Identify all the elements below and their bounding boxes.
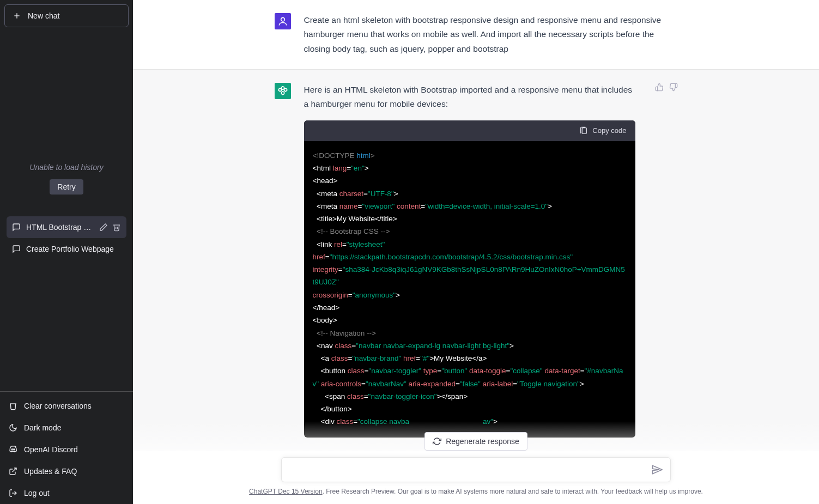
openai-icon bbox=[277, 86, 288, 96]
message-input[interactable] bbox=[289, 465, 652, 475]
send-icon[interactable] bbox=[652, 464, 663, 475]
retry-button[interactable]: Retry bbox=[50, 179, 83, 195]
moon-icon bbox=[9, 423, 17, 432]
trash-icon[interactable] bbox=[112, 223, 121, 232]
message-input-container bbox=[281, 457, 671, 482]
svg-rect-5 bbox=[583, 127, 587, 133]
thumbs-up-icon[interactable] bbox=[655, 83, 664, 92]
openai-discord[interactable]: OpenAI Discord bbox=[4, 439, 129, 460]
conversation-title: HTML Bootstrap Skelet bbox=[26, 223, 94, 232]
dark-mode[interactable]: Dark mode bbox=[4, 417, 129, 439]
discord-icon bbox=[9, 445, 17, 454]
new-chat-label: New chat bbox=[28, 11, 59, 20]
svg-line-2 bbox=[13, 468, 16, 472]
user-avatar bbox=[275, 13, 291, 29]
user-message-text: Create an html skeleton with bootstrap r… bbox=[304, 13, 678, 56]
chat-icon bbox=[12, 223, 21, 232]
edit-icon[interactable] bbox=[99, 223, 108, 232]
conversation-item[interactable]: HTML Bootstrap Skelet bbox=[7, 216, 126, 238]
updates-faq[interactable]: Updates & FAQ bbox=[4, 460, 129, 482]
code-block: Copy code <!DOCTYPE html> <html lang="en… bbox=[304, 120, 635, 438]
copy-code-button[interactable]: Copy code bbox=[304, 120, 635, 141]
plus-icon bbox=[13, 11, 21, 20]
user-message: Create an html skeleton with bootstrap r… bbox=[133, 0, 819, 70]
new-chat-button[interactable]: New chat bbox=[4, 4, 129, 27]
conversation-list: HTML Bootstrap Skelet Create Portfolio W… bbox=[4, 216, 129, 260]
code-content[interactable]: <!DOCTYPE html> <html lang="en"> <head> … bbox=[304, 141, 635, 438]
assistant-avatar bbox=[275, 83, 291, 99]
clear-conversations[interactable]: Clear conversations bbox=[4, 395, 129, 417]
svg-point-4 bbox=[281, 17, 284, 21]
assistant-message-text: Here is an HTML skeleton with Bootstrap … bbox=[304, 83, 635, 112]
person-icon bbox=[277, 16, 288, 27]
conversation-item[interactable]: Create Portfolio Webpage bbox=[7, 238, 126, 260]
conversation-title: Create Portfolio Webpage bbox=[26, 245, 121, 253]
thumbs-down-icon[interactable] bbox=[669, 83, 678, 92]
assistant-message: Here is an HTML skeleton with Bootstrap … bbox=[133, 70, 819, 451]
footer: ChatGPT Dec 15 Version. Free Research Pr… bbox=[133, 488, 819, 499]
log-out[interactable]: Log out bbox=[4, 482, 129, 504]
refresh-icon bbox=[433, 437, 441, 446]
trash-icon bbox=[9, 402, 17, 410]
history-error: Unable to load history bbox=[29, 163, 103, 172]
clipboard-icon bbox=[579, 126, 588, 135]
footer-text: . Free Research Preview. Our goal is to … bbox=[323, 488, 703, 495]
regenerate-button[interactable]: Regenerate response bbox=[424, 432, 527, 451]
version-link[interactable]: ChatGPT Dec 15 Version bbox=[249, 488, 323, 495]
main-content: Create an html skeleton with bootstrap r… bbox=[133, 0, 819, 504]
chat-icon bbox=[12, 245, 21, 253]
sidebar: New chat Unable to load history Retry HT… bbox=[0, 0, 133, 504]
logout-icon bbox=[9, 489, 17, 497]
bottom-area: Regenerate response ChatGPT Dec 15 Versi… bbox=[133, 421, 819, 504]
external-link-icon bbox=[9, 467, 17, 476]
